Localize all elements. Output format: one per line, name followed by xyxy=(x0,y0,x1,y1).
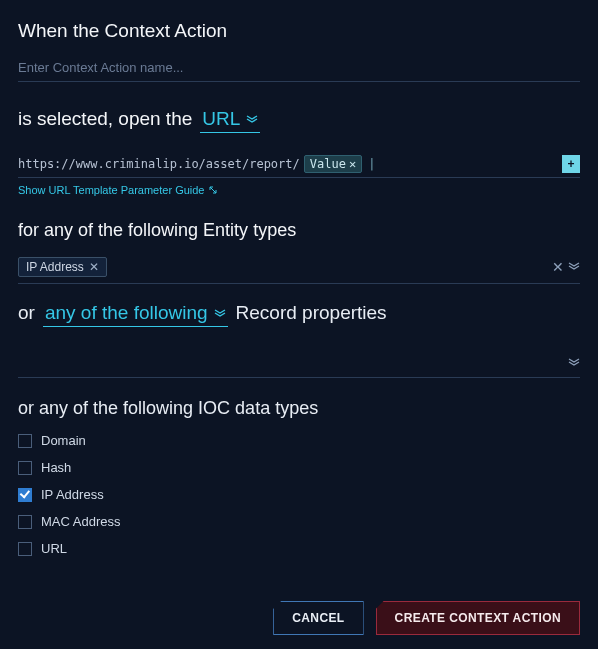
text-cursor: | xyxy=(368,157,375,171)
ioc-types-list: Domain Hash IP Address MAC Address URL xyxy=(18,433,580,556)
url-template-guide-link[interactable]: Show URL Template Parameter Guide xyxy=(18,184,218,196)
create-context-action-button[interactable]: CREATE CONTEXT ACTION xyxy=(376,601,580,635)
external-link-icon xyxy=(208,185,218,195)
ioc-checkbox-mac-address[interactable]: MAC Address xyxy=(18,514,580,529)
chevron-down-icon xyxy=(246,114,258,124)
chevron-down-icon[interactable] xyxy=(568,355,580,371)
clear-icon[interactable]: ✕ xyxy=(552,260,564,274)
guide-link-label: Show URL Template Parameter Guide xyxy=(18,184,204,196)
context-action-name-input[interactable] xyxy=(18,56,580,82)
label-or: or xyxy=(18,302,35,324)
record-condition-value: any of the following xyxy=(45,302,208,324)
chip-label: IP Address xyxy=(26,260,84,274)
ioc-checkbox-hash[interactable]: Hash xyxy=(18,460,580,475)
checkbox-label: URL xyxy=(41,541,67,556)
ioc-checkbox-ip-address[interactable]: IP Address xyxy=(18,487,580,502)
section-heading-when: When the Context Action xyxy=(18,20,580,42)
close-icon[interactable]: ✕ xyxy=(349,157,356,171)
section-heading-ioc: or any of the following IOC data types xyxy=(18,398,580,419)
checkbox-label: IP Address xyxy=(41,487,104,502)
add-parameter-button[interactable]: + xyxy=(562,155,580,173)
checkbox-icon xyxy=(18,488,32,502)
checkbox-icon xyxy=(18,515,32,529)
ioc-checkbox-domain[interactable]: Domain xyxy=(18,433,580,448)
checkbox-label: Hash xyxy=(41,460,71,475)
label-is-selected: is selected, open the xyxy=(18,108,192,130)
entity-types-input[interactable]: IP Address ✕ ✕ xyxy=(18,251,580,284)
checkbox-label: Domain xyxy=(41,433,86,448)
section-heading-entities: for any of the following Entity types xyxy=(18,220,580,241)
checkbox-label: MAC Address xyxy=(41,514,120,529)
label-record-properties: Record properties xyxy=(236,302,387,324)
checkbox-icon xyxy=(18,542,32,556)
chevron-down-icon xyxy=(214,308,226,318)
ioc-checkbox-url[interactable]: URL xyxy=(18,541,580,556)
url-template-input[interactable]: https://www.criminalip.io/asset/report/ … xyxy=(18,151,580,178)
url-prefix-text: https://www.criminalip.io/asset/report/ xyxy=(18,157,300,171)
open-type-value: URL xyxy=(202,108,240,130)
token-label: Value xyxy=(310,157,346,171)
url-template-token-value[interactable]: Value ✕ xyxy=(304,155,362,173)
chevron-down-icon[interactable] xyxy=(568,260,580,274)
checkbox-icon xyxy=(18,461,32,475)
close-icon[interactable]: ✕ xyxy=(89,260,99,274)
record-condition-dropdown[interactable]: any of the following xyxy=(43,302,228,327)
open-type-dropdown[interactable]: URL xyxy=(200,108,260,133)
cancel-button[interactable]: CANCEL xyxy=(273,601,363,635)
record-properties-input[interactable] xyxy=(18,349,580,378)
entity-chip-ip-address[interactable]: IP Address ✕ xyxy=(18,257,107,277)
checkbox-icon xyxy=(18,434,32,448)
